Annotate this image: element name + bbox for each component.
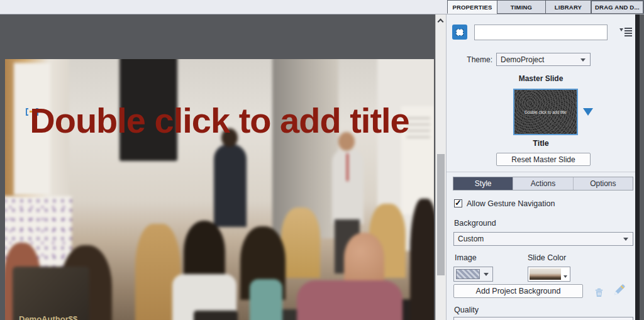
quality-dropdown-partial[interactable] (453, 317, 633, 320)
master-slide-section-label: Master Slide (447, 74, 635, 83)
divider (447, 172, 636, 172)
image-label: Image (455, 253, 477, 262)
chevron-down-icon (623, 238, 628, 241)
image-swatch-dropdown[interactable] (453, 267, 493, 282)
background-dropdown[interactable]: Custom (453, 232, 633, 246)
theme-dropdown[interactable]: DemoProject (496, 53, 591, 66)
panel-scrollbar[interactable] (435, 14, 446, 320)
gesture-navigation-label: Allow Gesture Navigation (467, 199, 555, 208)
stage: Double click to add title DemoAuthor$$ (0, 14, 435, 320)
slide-name-input[interactable] (474, 25, 608, 40)
pencil-icon (613, 283, 626, 297)
gesture-navigation-checkbox[interactable] (454, 199, 462, 207)
subtab-style[interactable]: Style (453, 177, 513, 190)
chevron-down-icon (580, 58, 586, 62)
subtab-actions[interactable]: Actions (513, 177, 572, 190)
edit-background-button[interactable] (612, 282, 627, 297)
scrollbar-up-arrow-icon[interactable] (438, 19, 444, 25)
window-right-edge (640, 14, 644, 320)
hatch-swatch-icon (456, 269, 480, 279)
application-window: PROPERTIES TIMING LIBRARY DRAG AND D... (0, 0, 644, 320)
background-label: Background (454, 219, 496, 228)
master-slide-name: Title (447, 139, 635, 148)
tab-properties[interactable]: PROPERTIES (447, 0, 497, 14)
slide-color-label: Slide Color (528, 253, 566, 262)
chevron-down-icon (564, 275, 567, 278)
scrollbar-thumb[interactable] (437, 154, 445, 275)
panel-menu-icon[interactable] (619, 28, 632, 38)
trash-icon (594, 287, 604, 298)
tab-library[interactable]: LIBRARY (545, 0, 591, 14)
slide-color-thumbnail-icon (530, 268, 561, 280)
master-slide-thumbnail-text: Double click to add title (525, 110, 567, 114)
properties-panel: Theme: DemoProject Master Slide Double c… (446, 14, 635, 320)
quality-label: Quality (454, 306, 479, 314)
subtab-group: Style Actions Options (453, 177, 633, 190)
watermark-text: DemoAuthor$$ (19, 314, 77, 320)
delete-background-button[interactable] (591, 285, 606, 300)
tab-drag-and-drop[interactable]: DRAG AND D... (591, 0, 644, 14)
slide-thumbnail-icon (452, 25, 467, 40)
theme-value: DemoProject (501, 55, 544, 64)
theme-label: Theme: (447, 55, 492, 64)
tab-timing[interactable]: TIMING (497, 0, 546, 14)
slide-title-text: Double click to add title (30, 91, 409, 150)
slide-color-dropdown[interactable] (528, 267, 570, 282)
master-slide-dropdown-icon[interactable] (583, 108, 593, 116)
subtab-options[interactable]: Options (573, 177, 633, 190)
slide-title-placeholder[interactable]: Double click to add title (5, 91, 434, 150)
chevron-down-icon (484, 273, 489, 276)
slide-canvas[interactable]: Double click to add title DemoAuthor$$ (5, 59, 434, 320)
background-value: Custom (458, 234, 484, 243)
master-slide-thumbnail[interactable]: Double click to add title (513, 89, 578, 135)
reset-master-slide-button[interactable]: Reset Master Slide (496, 153, 591, 166)
add-project-background-button[interactable]: Add Project Background (453, 284, 583, 298)
panel-right-border (635, 14, 640, 320)
